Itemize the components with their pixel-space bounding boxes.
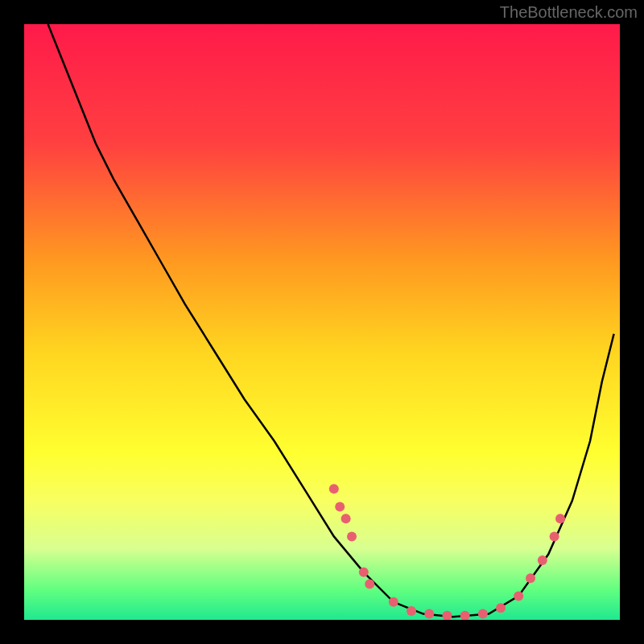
scatter-point: [407, 606, 416, 616]
scatter-point: [460, 611, 470, 620]
scatter-point: [365, 580, 374, 589]
chart-overlay: [24, 24, 620, 620]
scatter-point: [555, 514, 565, 523]
scatter-point: [538, 555, 547, 565]
scatter-point: [514, 591, 523, 601]
chart-plot-area: [24, 24, 620, 620]
scatter-point: [526, 573, 535, 583]
scatter-point: [496, 603, 506, 613]
scatter-point: [550, 531, 559, 541]
scatter-point: [335, 502, 345, 511]
scatter-point: [341, 514, 351, 523]
scatter-point: [347, 531, 357, 541]
scatter-point: [424, 609, 434, 619]
scatter-point: [478, 609, 488, 619]
scatter-point: [359, 568, 369, 577]
scatter-point: [442, 611, 452, 620]
bottleneck-curve: [48, 24, 614, 617]
scatter-point: [329, 484, 339, 493]
scatter-point: [389, 597, 398, 607]
scatter-points: [329, 484, 565, 620]
watermark-label: TheBottleneck.com: [500, 3, 638, 22]
